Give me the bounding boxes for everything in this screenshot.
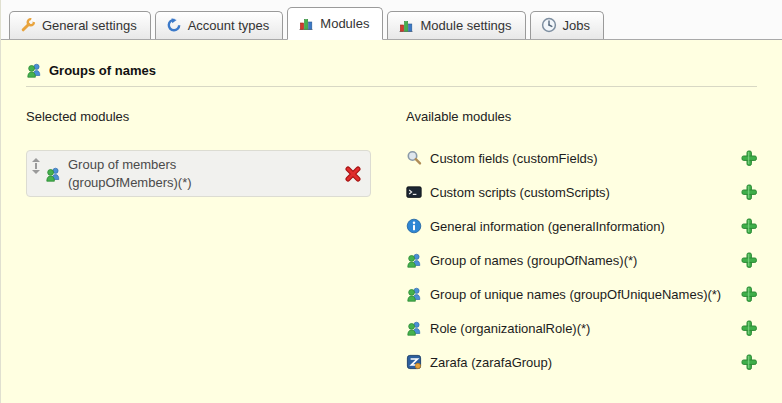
module-label: Group of unique names (groupOfUniqueName…	[430, 287, 721, 302]
list-item: General information (generalInformation)	[406, 216, 757, 236]
tab-account-types[interactable]: Account types	[155, 11, 284, 39]
module-label: Group of names (groupOfNames)(*)	[430, 253, 637, 268]
section-header: Groups of names	[26, 62, 757, 78]
selected-module-label: Group of members (groupOfMembers)(*)	[68, 156, 238, 191]
add-module-button[interactable]	[741, 218, 757, 234]
zarafa-icon	[406, 354, 422, 370]
selected-modules-header: Selected modules	[26, 109, 384, 124]
tab-jobs[interactable]: Jobs	[530, 11, 604, 39]
tab-label: Module settings	[420, 18, 511, 33]
available-modules-header: Available modules	[406, 109, 757, 124]
selected-module-item[interactable]: Group of members (groupOfMembers)(*)	[26, 150, 371, 197]
group-icon	[406, 320, 422, 336]
add-module-button[interactable]	[741, 354, 757, 370]
info-icon	[406, 218, 422, 234]
available-modules-column: Available modules Custom fields (customF…	[406, 109, 757, 386]
tab-modules[interactable]: Modules	[287, 7, 383, 40]
group-icon	[45, 166, 61, 182]
add-module-button[interactable]	[741, 252, 757, 268]
module-selection-screen: General settings Account types Modules M…	[0, 0, 782, 403]
clock-icon	[541, 17, 557, 33]
tab-label: Modules	[320, 16, 369, 31]
list-item: Zarafa (zarafaGroup)	[406, 352, 757, 372]
list-item: Group of names (groupOfNames)(*)	[406, 250, 757, 270]
sync-icon	[166, 17, 182, 33]
chart-icon	[298, 15, 314, 31]
add-module-button[interactable]	[741, 320, 757, 336]
tab-bar: General settings Account types Modules M…	[1, 0, 782, 40]
chart-icon	[398, 17, 414, 33]
magnifier-icon	[406, 150, 422, 166]
list-item: Custom fields (customFields)	[406, 148, 757, 168]
section-title: Groups of names	[49, 63, 156, 78]
group-icon	[406, 286, 422, 302]
module-label: Role (organizationalRole)(*)	[430, 321, 590, 336]
add-module-button[interactable]	[741, 184, 757, 200]
list-item: Custom scripts (customScripts)	[406, 182, 757, 202]
add-module-button[interactable]	[741, 286, 757, 302]
selected-modules-column: Selected modules Group of members (group…	[26, 109, 384, 386]
script-icon	[406, 184, 422, 200]
group-icon	[406, 252, 422, 268]
tab-panel-modules: Groups of names Selected modules Group o…	[1, 40, 782, 386]
tab-label: Account types	[188, 18, 270, 33]
tab-label: Jobs	[563, 18, 590, 33]
module-label: Custom fields (customFields)	[430, 151, 598, 166]
delete-module-button[interactable]	[344, 165, 362, 183]
add-module-button[interactable]	[741, 150, 757, 166]
list-item: Role (organizationalRole)(*)	[406, 318, 757, 338]
list-item: Group of unique names (groupOfUniqueName…	[406, 284, 757, 304]
module-label: Custom scripts (customScripts)	[430, 185, 610, 200]
drag-handle-icon[interactable]	[31, 157, 43, 177]
wrench-icon	[20, 17, 36, 33]
group-icon	[26, 62, 42, 78]
tab-module-settings[interactable]: Module settings	[387, 11, 525, 39]
module-label: General information (generalInformation)	[430, 219, 665, 234]
tab-general-settings[interactable]: General settings	[9, 11, 151, 39]
module-label: Zarafa (zarafaGroup)	[430, 355, 552, 370]
tab-label: General settings	[42, 18, 137, 33]
section-divider	[26, 86, 757, 87]
available-modules-list: Custom fields (customFields) Custom scri…	[406, 148, 757, 386]
